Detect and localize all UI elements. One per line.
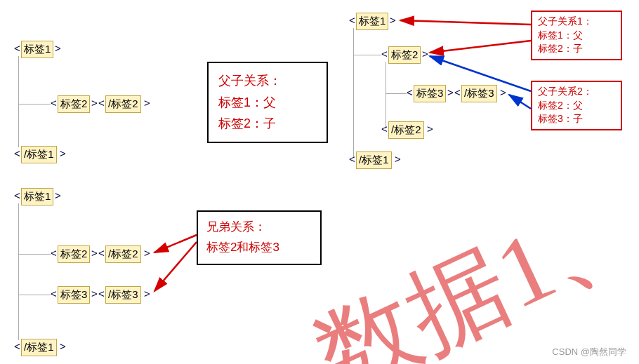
watermark: 数据1、 xyxy=(297,158,639,364)
box-line: 标签2：父 xyxy=(538,99,615,113)
tree-line xyxy=(386,93,407,94)
angle-close: > xyxy=(91,288,98,299)
arrow-red xyxy=(154,235,197,252)
angle-open: < xyxy=(51,247,57,259)
tree-line xyxy=(18,56,19,147)
box-title: 父子关系1： xyxy=(538,15,615,29)
box-title: 父子关系2： xyxy=(538,85,615,99)
tag-3-close: /标签3 xyxy=(105,286,141,304)
tag-2-open: 标签2 xyxy=(388,46,421,64)
arrow-red xyxy=(400,20,531,25)
tag-2-close: /标签2 xyxy=(105,95,141,113)
arrow-blue xyxy=(509,95,531,109)
angle-open: < xyxy=(349,14,355,26)
angle-close: > xyxy=(144,288,150,299)
angle-close: > xyxy=(60,340,66,352)
angle-open: < xyxy=(454,86,461,98)
angle-close: > xyxy=(395,153,401,165)
tag-2-close: /标签2 xyxy=(388,121,424,139)
tag-1-close: /标签1 xyxy=(356,151,392,169)
box-line: 标签2和标签3 xyxy=(206,238,312,258)
angle-close: > xyxy=(447,86,454,98)
angle-close: > xyxy=(91,247,98,259)
angle-open: < xyxy=(51,97,57,109)
box-line: 标签2：子 xyxy=(538,42,615,56)
sibling-box: 兄弟关系： 标签2和标签3 xyxy=(197,210,322,265)
tree-line xyxy=(18,295,51,295)
tag-1-close: /标签1 xyxy=(21,339,57,356)
tag-3-open: 标签3 xyxy=(414,85,446,102)
tree-line xyxy=(18,254,51,255)
angle-close: > xyxy=(55,42,61,54)
tree-line xyxy=(18,203,19,340)
arrow-red xyxy=(154,242,197,291)
tag-2-open: 标签2 xyxy=(58,245,90,263)
angle-open: < xyxy=(51,288,57,299)
angle-close: > xyxy=(390,14,396,26)
tag-2-open: 标签2 xyxy=(58,95,90,113)
angle-close: > xyxy=(144,247,150,259)
angle-close: > xyxy=(60,147,66,159)
tag-3-close: /标签3 xyxy=(461,85,497,102)
box-line: 标签1：父 xyxy=(218,92,317,114)
angle-close: > xyxy=(500,86,506,98)
box-line: 标签3：子 xyxy=(538,112,615,126)
tree-line xyxy=(353,55,381,55)
box-title: 兄弟关系： xyxy=(206,217,312,238)
angle-close: > xyxy=(427,123,433,135)
relation-box-1: 父子关系1： 标签1：父 标签2：子 xyxy=(531,11,622,60)
angle-open: < xyxy=(381,48,388,60)
angle-open: < xyxy=(381,123,388,135)
angle-open: < xyxy=(14,340,20,352)
angle-close: > xyxy=(55,189,61,201)
box-line: 标签1：父 xyxy=(538,29,615,43)
angle-open: < xyxy=(407,86,413,98)
tag-1-open: 标签1 xyxy=(21,188,53,205)
tree-line xyxy=(18,104,51,105)
credit: CSDN @陶然同学 xyxy=(552,346,626,358)
tag-1-close: /标签1 xyxy=(21,146,57,163)
relation-box-2: 父子关系2： 标签2：父 标签3：子 xyxy=(531,81,622,130)
angle-open: < xyxy=(14,147,20,159)
angle-close: > xyxy=(422,48,428,60)
tag-2-close: /标签2 xyxy=(105,245,141,263)
tree-line xyxy=(353,28,354,158)
box-line: 标签2：子 xyxy=(218,113,317,135)
angle-open: < xyxy=(98,247,105,259)
angle-close: > xyxy=(91,97,98,109)
angle-open: < xyxy=(349,153,355,165)
arrow-red xyxy=(430,41,531,53)
angle-open: < xyxy=(14,42,20,54)
angle-open: < xyxy=(14,189,20,201)
tree-line xyxy=(386,62,386,128)
tag-1-open: 标签1 xyxy=(356,13,388,30)
tag-3-open: 标签3 xyxy=(58,286,90,304)
parent-child-box: 父子关系： 标签1：父 标签2：子 xyxy=(207,62,328,143)
box-title: 父子关系： xyxy=(218,70,317,92)
angle-open: < xyxy=(98,97,105,109)
tag-1-open: 标签1 xyxy=(21,41,53,58)
angle-close: > xyxy=(144,97,150,109)
angle-open: < xyxy=(98,288,105,299)
